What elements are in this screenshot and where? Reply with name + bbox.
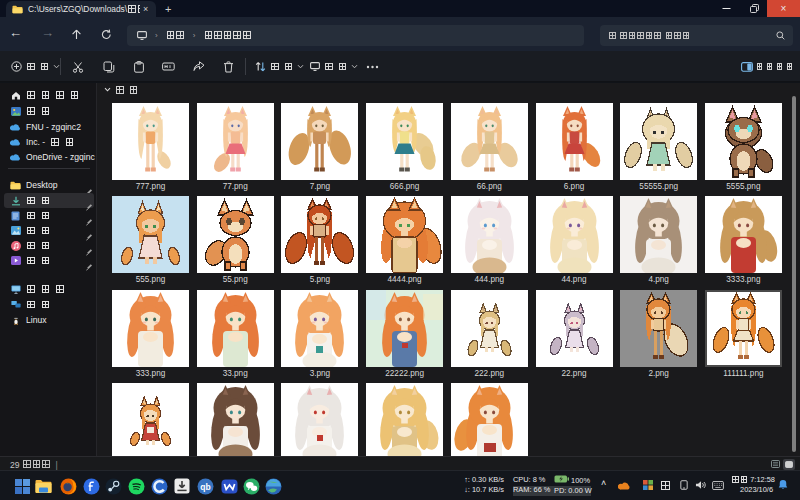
svg-text:qb: qb [200,481,210,491]
